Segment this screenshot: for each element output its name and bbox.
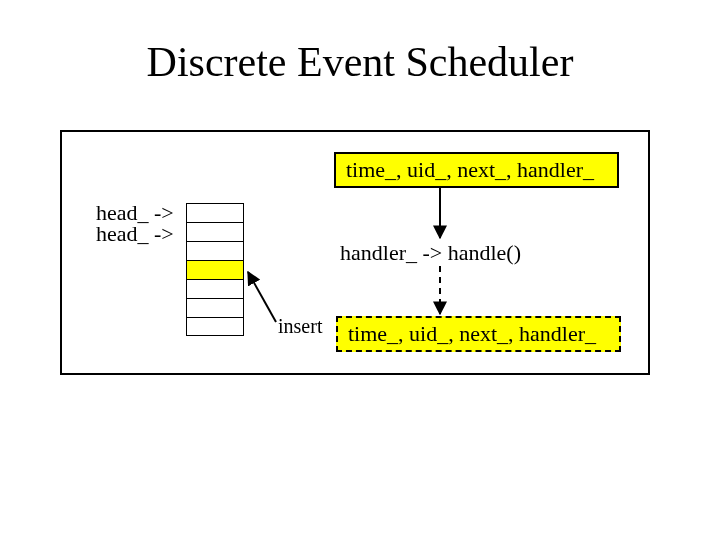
queue-cell xyxy=(186,241,244,260)
queue-cell xyxy=(186,222,244,241)
slide-title: Discrete Event Scheduler xyxy=(0,38,720,86)
event-struct-box-bottom: time_, uid_, next_, handler_ xyxy=(336,316,621,352)
head-label-1: head_ -> xyxy=(96,202,174,223)
event-struct-box-top: time_, uid_, next_, handler_ xyxy=(334,152,619,188)
insert-label: insert xyxy=(278,315,322,338)
queue-cell xyxy=(186,279,244,298)
queue-cell xyxy=(186,298,244,317)
queue-cell-highlight xyxy=(186,260,244,279)
queue-cell xyxy=(186,203,244,222)
head-label-2: head_ -> xyxy=(96,223,174,244)
handler-call-text: handler_ -> handle() xyxy=(340,240,521,266)
event-queue xyxy=(186,203,244,336)
queue-cell xyxy=(186,317,244,336)
slide: Discrete Event Scheduler time_, uid_, ne… xyxy=(0,0,720,540)
head-pointer-labels: head_ -> head_ -> xyxy=(96,202,174,244)
